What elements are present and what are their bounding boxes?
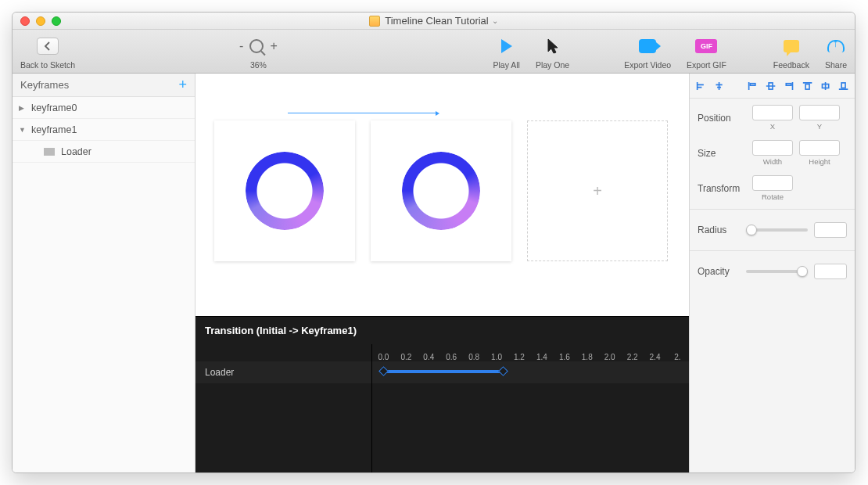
- track-row-loader[interactable]: [372, 361, 689, 383]
- play-all-group: Play All: [486, 30, 528, 73]
- minimize-window-button[interactable]: [36, 16, 45, 26]
- rotate-input[interactable]: [752, 175, 793, 191]
- opacity-row: Opacity: [690, 256, 855, 287]
- position-y-sublabel: Y: [817, 122, 822, 131]
- tick: 2.: [666, 353, 689, 361]
- width-input[interactable]: [752, 140, 793, 156]
- play-icon[interactable]: [501, 39, 512, 53]
- position-x-sublabel: X: [770, 122, 775, 131]
- svg-rect-11: [787, 83, 792, 84]
- position-x-input[interactable]: [752, 105, 793, 120]
- export-video-label: Export Video: [624, 60, 671, 70]
- tick: 2.4: [644, 353, 666, 361]
- keyframe-item-1[interactable]: ▼ keyframe1: [13, 119, 195, 141]
- position-y-input[interactable]: [799, 105, 840, 120]
- share-icon[interactable]: [827, 40, 845, 52]
- keyframe-item-0-label: keyframe0: [31, 102, 77, 113]
- canvas-area: + Transition (Initial -> Keyframe1) Load…: [195, 74, 689, 472]
- opacity-value-input[interactable]: [814, 264, 847, 279]
- align-center-h-icon[interactable]: [714, 81, 724, 92]
- align-middle-icon[interactable]: [820, 81, 830, 92]
- artboard-keyframe1[interactable]: [371, 120, 511, 261]
- align-left-icon[interactable]: [696, 81, 706, 92]
- app-window: Timeline Clean Tutorial ⌄ Back to Sketch…: [12, 12, 855, 473]
- window-title: Timeline Clean Tutorial ⌄: [13, 15, 855, 27]
- chevron-left-icon: [44, 41, 52, 51]
- divider: [690, 250, 855, 251]
- window-controls: [13, 16, 61, 26]
- export-video-group: Export Video: [616, 30, 679, 73]
- track-label-loader[interactable]: Loader: [195, 361, 371, 383]
- radius-label: Radius: [698, 225, 740, 235]
- keyframe-handle-start[interactable]: [378, 366, 389, 376]
- divider: [690, 209, 855, 210]
- transform-row: Transform Rotate: [690, 169, 855, 204]
- keyframe-item-0[interactable]: ▶ keyframe0: [13, 97, 195, 119]
- magnifier-icon[interactable]: [249, 39, 264, 53]
- tick: 0.8: [463, 353, 486, 361]
- feedback-group: Feedback: [766, 30, 817, 73]
- align-right-icon[interactable]: [784, 81, 794, 92]
- export-gif-group: GIF Export GIF: [679, 30, 734, 73]
- position-row: Position X Y: [690, 99, 855, 134]
- timeline: Transition (Initial -> Keyframe1) Loader…: [195, 316, 689, 472]
- timeline-ruler: 0.0 0.2 0.4 0.6 0.8 1.0 1.2 1.4 1.6 1.8 …: [372, 344, 689, 361]
- height-input[interactable]: [799, 140, 840, 156]
- width-sublabel: Width: [763, 157, 782, 166]
- zoom-window-button[interactable]: [52, 16, 61, 26]
- titlebar: Timeline Clean Tutorial ⌄: [13, 13, 855, 30]
- opacity-label: Opacity: [698, 266, 740, 277]
- tick: 1.6: [553, 353, 576, 361]
- share-label: Share: [825, 60, 847, 70]
- sidebar-left: Keyframes + ▶ keyframe0 ▼ keyframe1 Load…: [13, 74, 195, 472]
- align-bottom-icon[interactable]: [838, 81, 848, 92]
- opacity-slider[interactable]: [746, 270, 808, 273]
- loader-ring-2: [402, 152, 480, 230]
- position-label: Position: [698, 113, 744, 124]
- timeline-tracks[interactable]: 0.0 0.2 0.4 0.6 0.8 1.0 1.2 1.4 1.6 1.8 …: [372, 344, 689, 472]
- artboard-initial[interactable]: [214, 120, 355, 261]
- align-centerv-icon[interactable]: [766, 81, 776, 92]
- zoom-group: - + 36%: [231, 30, 285, 73]
- alignment-row: [690, 74, 855, 99]
- radius-row: Radius: [690, 214, 855, 246]
- disclosure-right-icon[interactable]: ▶: [19, 104, 27, 112]
- shape-icon: [44, 148, 55, 156]
- feedback-icon[interactable]: [784, 40, 799, 52]
- disclosure-down-icon[interactable]: ▼: [19, 126, 27, 134]
- close-window-button[interactable]: [20, 16, 30, 26]
- cursor-icon[interactable]: [547, 38, 559, 55]
- add-artboard-button[interactable]: +: [527, 120, 668, 261]
- share-group: Share: [817, 30, 855, 73]
- size-row: Size Width Height: [690, 134, 855, 169]
- play-one-group: Play One: [528, 30, 577, 73]
- zoom-in-button[interactable]: +: [270, 39, 277, 53]
- align-top-icon[interactable]: [802, 81, 812, 92]
- canvas[interactable]: +: [195, 74, 689, 316]
- radius-value-input[interactable]: [814, 222, 847, 238]
- svg-rect-17: [841, 82, 845, 88]
- back-button[interactable]: [37, 38, 59, 55]
- inspector: Position X Y Size Wi: [689, 74, 855, 472]
- animation-clip[interactable]: [383, 370, 504, 373]
- tick: 0.6: [440, 353, 463, 361]
- tick: 1.4: [530, 353, 553, 361]
- tick: 0.2: [395, 353, 418, 361]
- layer-item-loader-label: Loader: [61, 146, 91, 157]
- document-icon: [369, 16, 380, 27]
- video-icon[interactable]: [639, 39, 656, 53]
- height-sublabel: Height: [809, 157, 830, 166]
- timeline-title: Transition (Initial -> Keyframe1): [195, 317, 689, 344]
- add-keyframe-button[interactable]: +: [178, 77, 187, 93]
- timeline-tracks-labels: Loader: [195, 344, 372, 472]
- back-group: Back to Sketch: [13, 30, 83, 73]
- gif-icon[interactable]: GIF: [695, 39, 717, 53]
- tick: 2.2: [621, 353, 644, 361]
- toolbar: Back to Sketch - + 36% Play All Play One: [13, 30, 855, 74]
- layer-item-loader[interactable]: Loader: [13, 141, 195, 163]
- align-left2-icon[interactable]: [748, 81, 758, 92]
- keyframe-handle-end[interactable]: [498, 366, 508, 376]
- rotate-sublabel: Rotate: [762, 192, 784, 201]
- zoom-out-button[interactable]: -: [239, 39, 243, 53]
- radius-slider[interactable]: [746, 228, 808, 232]
